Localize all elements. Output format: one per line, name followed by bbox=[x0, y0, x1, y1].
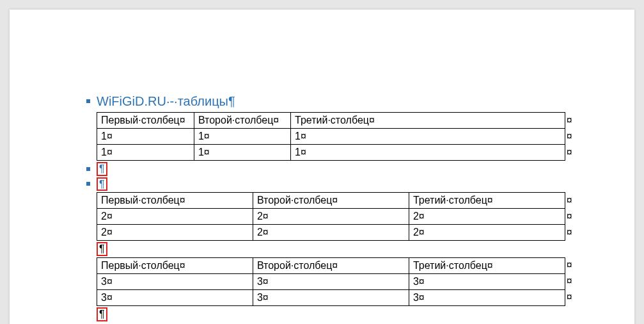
table-cell[interactable]: 3¤ bbox=[97, 289, 253, 305]
cell-text: 1 bbox=[295, 131, 301, 142]
cell-text: 3 bbox=[101, 292, 107, 303]
heading-part-2: таблицы bbox=[178, 94, 228, 108]
cell-text: Второй·столбец bbox=[198, 115, 273, 126]
cell-text: 3 bbox=[413, 276, 419, 287]
table-1[interactable]: Первый·столбец¤ Второй·столбец¤ Третий·с… bbox=[97, 112, 579, 161]
pilcrow-icon: ¶ bbox=[99, 243, 105, 254]
table-row[interactable]: 2¤ 2¤ 2¤ ¤ bbox=[97, 209, 580, 225]
table-cell[interactable]: 3¤ bbox=[409, 273, 565, 289]
table-row[interactable]: 3¤ 3¤ 3¤ ¤ bbox=[97, 273, 580, 289]
table-row[interactable]: 3¤ 3¤ 3¤ ¤ bbox=[97, 289, 580, 305]
cell-text: 1 bbox=[198, 131, 204, 142]
cell-mark-icon: ¤ bbox=[332, 260, 338, 271]
cell-text: 2 bbox=[257, 227, 263, 238]
cell-mark-icon: ¤ bbox=[204, 147, 210, 158]
table-cell[interactable]: 3¤ bbox=[97, 273, 253, 289]
table-cell[interactable]: 2¤ bbox=[409, 225, 565, 241]
cell-mark-icon: ¤ bbox=[332, 195, 338, 206]
table-cell[interactable]: Третий·столбец¤ bbox=[409, 193, 565, 209]
document-page[interactable]: WiFiGiD.RU·-·таблицы¶ Первый·столбец¤ Вт… bbox=[10, 10, 634, 324]
cell-text: Третий·столбец bbox=[413, 195, 487, 206]
table-3[interactable]: Первый·столбец¤ Второй·столбец¤ Третий·с… bbox=[97, 257, 579, 306]
highlight-box: ¶ bbox=[97, 177, 107, 191]
cell-text: Первый·столбец bbox=[101, 260, 180, 271]
table-cell[interactable]: Третий·столбец¤ bbox=[409, 257, 565, 273]
heading-bullet-icon bbox=[86, 182, 90, 186]
cell-mark-icon: ¤ bbox=[263, 292, 269, 303]
heading-text[interactable]: WiFiGiD.RU·-·таблицы¶ bbox=[97, 93, 235, 109]
table-cell[interactable]: 2¤ bbox=[409, 209, 565, 225]
cell-mark-icon: ¤ bbox=[567, 115, 572, 126]
cell-text: 1 bbox=[198, 147, 204, 158]
cell-text: 3 bbox=[413, 292, 419, 303]
cell-mark-icon: ¤ bbox=[107, 211, 113, 222]
table-cell[interactable]: 3¤ bbox=[409, 289, 565, 305]
cell-mark-icon: ¤ bbox=[263, 227, 269, 238]
heading-part-1: WiFiGiD.RU bbox=[97, 94, 166, 108]
row-end-mark: ¤ bbox=[565, 193, 579, 209]
highlight-box: ¶ bbox=[97, 307, 107, 321]
table-cell[interactable]: Второй·столбец¤ bbox=[253, 193, 409, 209]
cell-text: Третий·столбец bbox=[295, 115, 369, 126]
heading-pilcrow: ¶ bbox=[228, 94, 235, 108]
highlight-box: ¶ bbox=[97, 242, 107, 256]
table-cell[interactable]: 1¤ bbox=[97, 145, 194, 161]
table-cell[interactable]: 2¤ bbox=[253, 225, 409, 241]
table-row[interactable]: 1¤ 1¤ 1¤ ¤ bbox=[97, 129, 580, 145]
table-cell[interactable]: 1¤ bbox=[194, 129, 290, 145]
pilcrow-icon: ¶ bbox=[99, 179, 105, 190]
workspace: WiFiGiD.RU·-·таблицы¶ Первый·столбец¤ Вт… bbox=[0, 0, 644, 324]
table-row[interactable]: 1¤ 1¤ 1¤ ¤ bbox=[97, 145, 580, 161]
table-cell[interactable]: 2¤ bbox=[97, 225, 253, 241]
pilcrow-icon: ¶ bbox=[99, 309, 105, 320]
row-end-mark: ¤ bbox=[565, 113, 579, 129]
cell-mark-icon: ¤ bbox=[107, 276, 113, 287]
table-row[interactable]: 2¤ 2¤ 2¤ ¤ bbox=[97, 225, 580, 241]
empty-paragraph-2[interactable]: ¶ bbox=[86, 177, 577, 191]
cell-text: 2 bbox=[101, 227, 107, 238]
cell-mark-icon: ¤ bbox=[301, 147, 306, 158]
table-cell[interactable]: Первый·столбец¤ bbox=[97, 113, 194, 129]
empty-paragraph-1[interactable]: ¶ bbox=[86, 162, 577, 176]
table-row[interactable]: Первый·столбец¤ Второй·столбец¤ Третий·с… bbox=[97, 193, 580, 209]
highlight-box: ¶ bbox=[97, 162, 107, 176]
cell-mark-icon: ¤ bbox=[419, 276, 425, 287]
table-cell[interactable]: 2¤ bbox=[253, 209, 409, 225]
cell-mark-icon: ¤ bbox=[180, 115, 185, 126]
table-2[interactable]: Первый·столбец¤ Второй·столбец¤ Третий·с… bbox=[97, 192, 579, 241]
cell-mark-icon: ¤ bbox=[567, 211, 572, 222]
cell-mark-icon: ¤ bbox=[419, 292, 425, 303]
empty-paragraph-4[interactable]: ¶ bbox=[97, 307, 577, 321]
table-row[interactable]: Первый·столбец¤ Второй·столбец¤ Третий·с… bbox=[97, 257, 580, 273]
row-end-mark: ¤ bbox=[565, 145, 579, 161]
cell-text: 2 bbox=[413, 211, 419, 222]
cell-mark-icon: ¤ bbox=[107, 292, 113, 303]
table-cell[interactable]: Второй·столбец¤ bbox=[194, 113, 290, 129]
table-cell[interactable]: 1¤ bbox=[291, 145, 565, 161]
cell-mark-icon: ¤ bbox=[567, 259, 572, 270]
row-end-mark: ¤ bbox=[565, 257, 579, 273]
table-cell[interactable]: Второй·столбец¤ bbox=[253, 257, 409, 273]
table-cell[interactable]: 1¤ bbox=[194, 145, 290, 161]
cell-mark-icon: ¤ bbox=[180, 195, 185, 206]
table-cell[interactable]: Третий·столбец¤ bbox=[291, 113, 565, 129]
table-cell[interactable]: 3¤ bbox=[253, 273, 409, 289]
cell-mark-icon: ¤ bbox=[567, 275, 572, 286]
empty-paragraph-3[interactable]: ¶ bbox=[97, 242, 577, 256]
cell-mark-icon: ¤ bbox=[204, 131, 210, 142]
cell-mark-icon: ¤ bbox=[567, 131, 572, 142]
cell-text: 3 bbox=[101, 276, 107, 287]
table-cell[interactable]: 1¤ bbox=[291, 129, 565, 145]
row-end-mark: ¤ bbox=[565, 209, 579, 225]
cell-mark-icon: ¤ bbox=[301, 131, 306, 142]
table-cell[interactable]: 1¤ bbox=[97, 129, 194, 145]
cell-text: 1 bbox=[295, 147, 301, 158]
table-row[interactable]: Первый·столбец¤ Второй·столбец¤ Третий·с… bbox=[97, 113, 580, 129]
cell-mark-icon: ¤ bbox=[263, 211, 269, 222]
table-cell[interactable]: 3¤ bbox=[253, 289, 409, 305]
table-cell[interactable]: Первый·столбец¤ bbox=[97, 257, 253, 273]
heading-line[interactable]: WiFiGiD.RU·-·таблицы¶ bbox=[86, 93, 577, 109]
table-cell[interactable]: 2¤ bbox=[97, 209, 253, 225]
cell-mark-icon: ¤ bbox=[567, 147, 572, 158]
table-cell[interactable]: Первый·столбец¤ bbox=[97, 193, 253, 209]
